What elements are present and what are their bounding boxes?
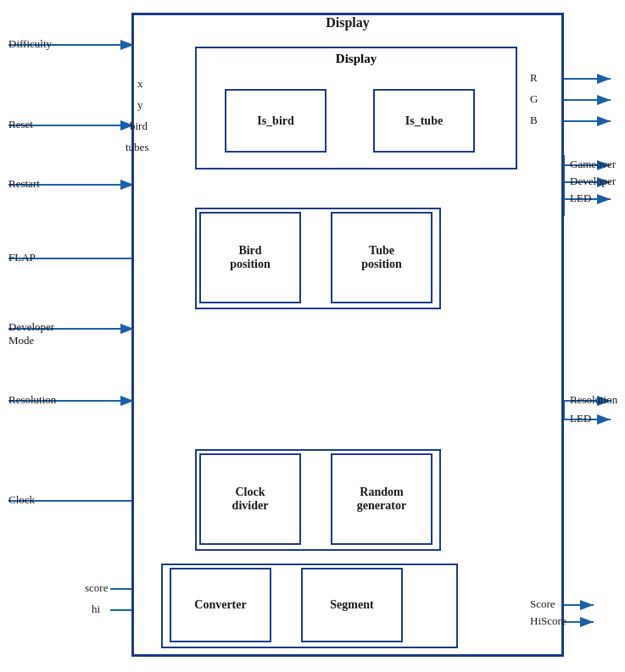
segment-box: Segment [301,568,403,642]
hi-label: hi [92,603,100,616]
is-bird-box: Is_bird [225,89,326,153]
difficulty-label: Difficulty [8,37,52,51]
tube-position-label: Tubeposition [361,244,401,271]
b-output-label: B [530,114,538,127]
g-output-label: G [530,92,538,106]
bird-label: bird [130,119,148,133]
display-label: Display [197,48,516,66]
resolution-led-label: Resolution [570,393,617,407]
clock-label: Clock [8,493,35,507]
tubes-label: tubes [126,141,148,154]
is-tube-box: Is_tube [373,89,475,153]
restart-label: Restart [8,177,40,191]
random-generator-box: Randomgenerator [331,453,432,545]
diagram: Display Display Is_bird Is_tube Birdposi… [0,0,625,672]
r-output-label: R [530,71,538,85]
random-generator-label: Randomgenerator [357,486,406,513]
is-tube-label: Is_tube [405,114,443,128]
gameover-output-label: Gameover [570,158,616,171]
converter-label: Converter [194,598,246,612]
x-label: x [137,77,143,91]
score-output-label: Score [530,597,555,611]
developer-mode-label: Developer Mode [8,320,54,347]
led2-output-label: LED [570,412,591,425]
developer-output-label: Developer [570,175,616,188]
y-label: y [137,98,143,112]
segment-label: Segment [330,598,373,612]
score-label: score [85,581,108,595]
hiscore-output-label: HiScore [530,614,566,628]
flap-label: FLAP [8,251,36,264]
reset-label: Reset [8,118,33,131]
converter-box: Converter [170,568,271,642]
bird-position-label: Birdposition [230,244,270,271]
resolution-label: Resolution [8,393,56,407]
clock-divider-label: Clockdivider [232,486,269,513]
clock-divider-box: Clockdivider [199,453,301,545]
is-bird-label: Is_bird [257,114,294,128]
main-label: Display [131,15,564,31]
led-output-label: LED [570,192,591,205]
bird-position-box: Birdposition [199,212,301,303]
tube-position-box: Tubeposition [331,212,432,303]
